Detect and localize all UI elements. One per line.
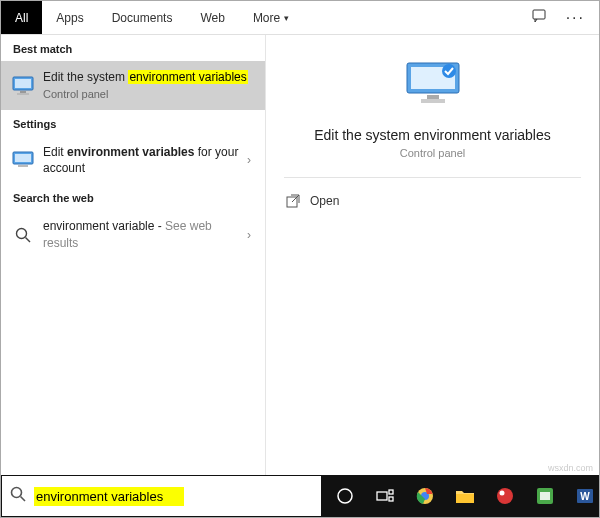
svg-rect-13 xyxy=(421,99,445,103)
results-list: Best match Edit the system environment v… xyxy=(1,35,266,475)
tab-more[interactable]: More▾ xyxy=(239,1,303,34)
svg-rect-4 xyxy=(17,93,29,95)
search-icon xyxy=(11,223,35,247)
section-search-web: Search the web xyxy=(1,184,265,210)
result-subtitle: Control panel xyxy=(43,87,255,102)
svg-rect-7 xyxy=(18,165,28,167)
more-options-icon[interactable]: ··· xyxy=(566,9,585,27)
section-best-match: Best match xyxy=(1,35,265,61)
chrome-icon[interactable] xyxy=(411,482,439,510)
chevron-right-icon: › xyxy=(243,153,255,167)
result-edit-system-env[interactable]: Edit the system environment variables Co… xyxy=(1,61,265,110)
feedback-icon[interactable] xyxy=(532,8,548,28)
svg-point-8 xyxy=(17,228,27,238)
svg-line-17 xyxy=(21,497,26,502)
tab-documents[interactable]: Documents xyxy=(98,1,187,34)
word-icon[interactable]: W xyxy=(571,482,599,510)
preview-title: Edit the system environment variables xyxy=(284,127,581,143)
taskbar-search[interactable] xyxy=(2,476,321,516)
svg-rect-6 xyxy=(15,154,31,162)
monitor-icon xyxy=(11,148,35,172)
svg-rect-20 xyxy=(389,490,393,494)
preview-subtitle: Control panel xyxy=(284,147,581,159)
taskbar: W xyxy=(1,475,599,517)
cortana-icon[interactable] xyxy=(331,482,359,510)
watermark: wsxdn.com xyxy=(548,463,593,473)
svg-rect-24 xyxy=(456,494,474,503)
svg-point-14 xyxy=(442,64,456,78)
svg-text:W: W xyxy=(580,491,590,502)
file-explorer-icon[interactable] xyxy=(451,482,479,510)
search-tabs: All Apps Documents Web More▾ ··· xyxy=(1,1,599,35)
svg-rect-2 xyxy=(15,79,31,88)
svg-rect-12 xyxy=(427,95,439,99)
highlight: environment variables xyxy=(128,70,247,84)
tab-apps[interactable]: Apps xyxy=(42,1,97,34)
app-icon-red[interactable] xyxy=(491,482,519,510)
svg-rect-3 xyxy=(20,91,26,93)
svg-point-25 xyxy=(497,488,513,504)
search-input[interactable] xyxy=(34,487,184,506)
tab-all[interactable]: All xyxy=(1,1,42,34)
chevron-right-icon: › xyxy=(243,228,255,242)
section-settings: Settings xyxy=(1,110,265,136)
tab-web[interactable]: Web xyxy=(186,1,238,34)
svg-line-9 xyxy=(26,237,31,242)
monitor-icon xyxy=(11,74,35,98)
svg-point-18 xyxy=(338,489,352,503)
svg-rect-19 xyxy=(377,492,387,500)
result-edit-account-env[interactable]: Edit environment variables for your acco… xyxy=(1,136,265,184)
app-icon-green[interactable] xyxy=(531,482,559,510)
svg-rect-21 xyxy=(389,497,393,501)
search-icon xyxy=(10,486,26,506)
preview-pane: Edit the system environment variables Co… xyxy=(266,35,599,475)
svg-rect-0 xyxy=(533,10,545,19)
task-view-icon[interactable] xyxy=(371,482,399,510)
svg-point-26 xyxy=(500,491,505,496)
result-web-search[interactable]: environment variable - See web results › xyxy=(1,210,265,258)
open-action[interactable]: Open xyxy=(284,188,581,214)
monitor-check-icon xyxy=(405,61,461,111)
chevron-down-icon: ▾ xyxy=(284,13,289,23)
svg-point-16 xyxy=(12,488,22,498)
svg-rect-28 xyxy=(540,492,550,500)
open-icon xyxy=(286,194,300,208)
